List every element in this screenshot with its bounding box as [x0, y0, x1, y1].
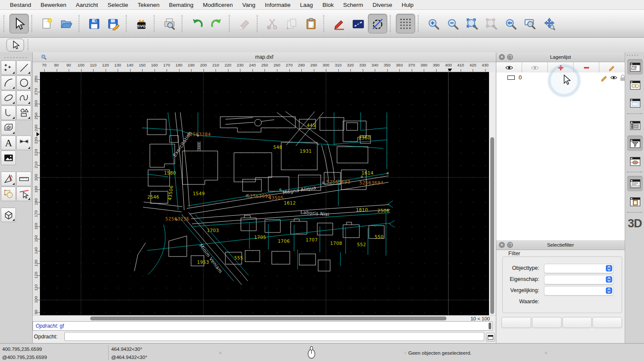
- menu-item-blok[interactable]: Blok: [318, 0, 338, 10]
- command-options-button[interactable]: [486, 333, 495, 341]
- draw-pencil-icon: [332, 17, 346, 30]
- menu-item-aanzicht[interactable]: Aanzicht: [71, 0, 103, 10]
- print-preview-button[interactable]: [160, 14, 179, 33]
- polyline-tool-button[interactable]: [1, 106, 16, 120]
- edit-layer-icon[interactable]: [601, 74, 608, 81]
- hatch-tool-button[interactable]: [1, 121, 16, 135]
- selection-pointer-option-button[interactable]: [6, 39, 24, 51]
- spline-tool-button[interactable]: [16, 90, 31, 105]
- command-line-window-button[interactable]: [627, 176, 643, 191]
- menu-item-selectie[interactable]: Selectie: [103, 0, 133, 10]
- snap-circle-button[interactable]: [368, 14, 387, 33]
- cad-canvas[interactable]: 4452360548193152563284161415802546154952…: [40, 72, 489, 315]
- select-matching-button[interactable]: [501, 317, 531, 328]
- zoom-auto-button[interactable]: [462, 14, 482, 33]
- menu-item-scherm[interactable]: Scherm: [338, 0, 368, 10]
- menu-item-modificeren[interactable]: Modificeren: [198, 0, 238, 10]
- toolbar-drag-handle[interactable]: [27, 39, 31, 51]
- grid-toggle-button[interactable]: [396, 14, 415, 33]
- canvas-horizontal-scrollbar[interactable]: 10 < 100: [33, 315, 496, 321]
- svg-export-button[interactable]: SVG: [132, 14, 151, 33]
- show-all-layers-button[interactable]: [496, 62, 522, 73]
- intersect-selection-button[interactable]: [592, 317, 622, 328]
- clipboard-window-button[interactable]: [627, 194, 643, 209]
- line-tool-button[interactable]: [16, 60, 31, 75]
- filter-field-select[interactable]: [544, 264, 614, 273]
- menu-item-laag[interactable]: Laag: [295, 0, 318, 10]
- history-scrollbar-thumb[interactable]: [489, 323, 491, 329]
- text-tool-button[interactable]: A: [1, 136, 16, 150]
- zoom-window-button[interactable]: [520, 14, 540, 33]
- filter-field-select[interactable]: [544, 275, 614, 284]
- palette-drag-handle[interactable]: [3, 55, 29, 58]
- pan-button[interactable]: [540, 14, 559, 33]
- layer-list-window-button[interactable]: [627, 59, 643, 75]
- canvas-vertical-scrollbar[interactable]: [489, 72, 495, 315]
- dimension-tool-tool-button[interactable]: [16, 136, 31, 150]
- circle-tool-button[interactable]: [16, 75, 31, 90]
- add-to-selection-button[interactable]: [532, 317, 562, 328]
- toolbar-separator: [126, 15, 129, 32]
- draw-pencil-button[interactable]: [329, 14, 349, 33]
- property-editor-window-button[interactable]: [627, 118, 643, 133]
- copy-button: [282, 14, 301, 33]
- arc-tool-button[interactable]: [1, 75, 16, 90]
- command-input[interactable]: [64, 332, 484, 341]
- measure-tool-button[interactable]: [16, 172, 31, 186]
- paste-button[interactable]: [301, 14, 321, 33]
- ellipse-tool-button[interactable]: [1, 90, 16, 105]
- save-button[interactable]: [85, 14, 104, 33]
- save-as-button[interactable]: [104, 14, 123, 33]
- zoom-previous-button[interactable]: [501, 14, 520, 33]
- snap-edit-tool-button[interactable]: [16, 187, 31, 201]
- selection-pointer-button[interactable]: [9, 14, 29, 33]
- h-ruler-label: 360: [396, 63, 403, 67]
- show-all-layers-icon: [505, 64, 513, 71]
- dimension-button[interactable]: [349, 14, 368, 33]
- menu-item-bewerken[interactable]: Bewerken: [36, 0, 71, 10]
- document-titlebar[interactable]: map.dxf: [33, 52, 496, 62]
- add-layer-button[interactable]: [548, 62, 574, 73]
- layer-list-panel: ✕ ❐ Lagenlijst 0: [496, 52, 625, 240]
- library-browser-window-button[interactable]: [627, 95, 643, 111]
- undo-button[interactable]: [188, 14, 207, 33]
- menu-item-bestand[interactable]: Bestand: [5, 0, 36, 10]
- selection-filter-window-button[interactable]: [627, 136, 643, 151]
- edit-layer-button[interactable]: [599, 62, 625, 73]
- layer-color-swatch[interactable]: [507, 75, 515, 80]
- zoom-out-button[interactable]: [443, 14, 462, 33]
- vertical-scrollbar-thumb[interactable]: [490, 137, 494, 314]
- image-tool-button[interactable]: [1, 151, 16, 165]
- submenu-indicator: [12, 117, 15, 119]
- 3d-dock-label[interactable]: 3D: [625, 217, 644, 230]
- boolean-tool-button[interactable]: [1, 187, 16, 201]
- horizontal-scrollbar-thumb[interactable]: [90, 317, 447, 320]
- menu-item-informatie[interactable]: Informatie: [260, 0, 295, 10]
- layer-row[interactable]: 0: [496, 72, 625, 83]
- zoom-in-button[interactable]: [424, 14, 443, 33]
- menu-item-diverse[interactable]: Diverse: [368, 0, 397, 10]
- dock-drag-handle[interactable]: [626, 54, 639, 57]
- block-list-window-button[interactable]: [627, 77, 643, 93]
- drafting-tool-button[interactable]: [1, 172, 16, 186]
- new-file-button[interactable]: [37, 14, 57, 33]
- toolbar-drag-handle[interactable]: [3, 15, 8, 32]
- command-options-window-button[interactable]: [627, 154, 643, 169]
- menu-item-tekenen[interactable]: Tekenen: [133, 0, 164, 10]
- menu-item-bemating[interactable]: Bemating: [164, 0, 198, 10]
- layer-visibility-icon[interactable]: [610, 74, 617, 81]
- dock-separator: [627, 172, 642, 174]
- command-history[interactable]: Opdracht: gf: [33, 321, 492, 331]
- h-ruler-label: 340: [371, 63, 378, 67]
- redo-button[interactable]: [207, 14, 226, 33]
- cube-tool-button[interactable]: [1, 208, 16, 222]
- h-ruler-label: 400: [445, 63, 452, 67]
- point-tool-button[interactable]: [1, 60, 16, 75]
- menu-item-hulp[interactable]: Hulp: [397, 0, 418, 10]
- remove-layer-button[interactable]: [574, 62, 599, 73]
- polygon-tool-button[interactable]: [16, 106, 31, 120]
- open-file-button[interactable]: [57, 14, 76, 33]
- remove-from-selection-button[interactable]: [562, 317, 592, 328]
- menu-item-vang[interactable]: Vang: [237, 0, 260, 10]
- filter-field-select[interactable]: [544, 286, 614, 296]
